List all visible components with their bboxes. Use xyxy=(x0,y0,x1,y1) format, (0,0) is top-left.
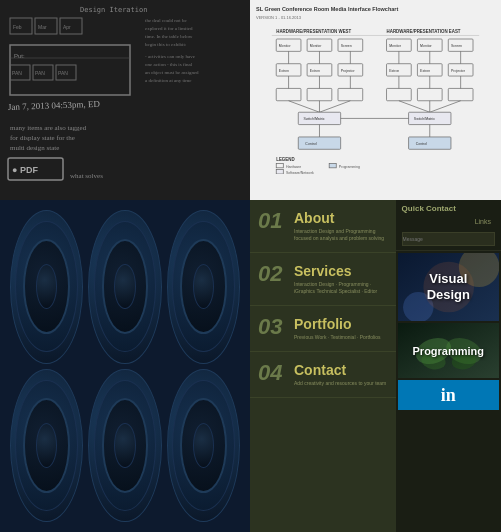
svg-line-80 xyxy=(399,101,430,112)
chalkboard-bg: Design Iteration Feb Mar Apr the deal co… xyxy=(0,0,250,200)
svg-text:● PDF: ● PDF xyxy=(12,165,38,175)
svg-text:Software/Network: Software/Network xyxy=(286,171,314,174)
menu-title-portfolio: Portfolio xyxy=(294,316,393,332)
svg-rect-99 xyxy=(329,164,336,168)
svg-text:Projector: Projector xyxy=(341,69,356,73)
speaker-3 xyxy=(167,210,240,364)
svg-text:PAN: PAN xyxy=(58,70,68,76)
menu-item-about[interactable]: 01 About Interaction Design and Programm… xyxy=(250,200,401,253)
menu-number-03: 03 xyxy=(258,316,288,338)
website-nav-cell: 01 About Interaction Design and Programm… xyxy=(250,200,501,532)
svg-text:Monitor: Monitor xyxy=(420,44,433,48)
links-label: Links xyxy=(402,216,495,227)
sidebar-right: Quick Contact Links xyxy=(396,200,501,532)
svg-text:an object must be assigned: an object must be assigned xyxy=(145,70,199,75)
svg-text:multi design state: multi design state xyxy=(10,144,59,152)
svg-text:Control: Control xyxy=(416,142,428,146)
svg-text:a definition at any time: a definition at any time xyxy=(145,78,192,83)
svg-text:Screen: Screen xyxy=(451,44,462,48)
menu-number-04: 04 xyxy=(258,362,288,384)
programming-card[interactable]: Programming xyxy=(398,323,499,378)
svg-line-77 xyxy=(289,101,320,112)
svg-text:HARDWARE/PRESENTATION EAST: HARDWARE/PRESENTATION EAST xyxy=(387,29,461,34)
svg-text:time. In the table below: time. In the table below xyxy=(145,34,193,39)
menu-title-contact: Contact xyxy=(294,362,393,378)
svg-rect-97 xyxy=(276,170,283,174)
speaker-5 xyxy=(88,369,161,523)
speaker-inner-4 xyxy=(36,423,57,468)
svg-text:explored it for a limited: explored it for a limited xyxy=(145,26,193,31)
menu-number-02: 02 xyxy=(258,263,288,285)
menu-text-portfolio: Portfolio Previous Work · Testimonial · … xyxy=(294,316,393,341)
quick-contact-section: Quick Contact Links xyxy=(396,200,501,251)
speaker-inner-2 xyxy=(114,264,135,309)
flowchart-subtitle: VERSION 1 - 01.16.2013 xyxy=(256,15,495,20)
svg-text:for display state for the: for display state for the xyxy=(10,134,75,142)
menu-list: 01 About Interaction Design and Programm… xyxy=(250,200,401,532)
svg-text:LEGEND: LEGEND xyxy=(276,157,294,162)
menu-text-services: Services Interaction Design · Programmin… xyxy=(294,263,393,295)
menu-item-contact[interactable]: 04 Contact Add creativity and resources … xyxy=(250,352,401,398)
menu-title-about: About xyxy=(294,210,393,226)
svg-text:Feb: Feb xyxy=(13,24,22,30)
svg-text:Mar: Mar xyxy=(38,24,47,30)
svg-rect-73 xyxy=(338,89,363,101)
menu-desc-portfolio: Previous Work · Testimonial · Portfolios xyxy=(294,334,393,341)
svg-rect-95 xyxy=(276,164,283,168)
speaker-inner-5 xyxy=(114,423,135,468)
flowchart-cell: SL Green Conference Room Media Interface… xyxy=(250,0,501,200)
svg-line-82 xyxy=(430,101,461,112)
linkedin-badge[interactable]: in xyxy=(398,380,499,410)
svg-text:HARDWARE/PRESENTATION WEST: HARDWARE/PRESENTATION WEST xyxy=(276,29,351,34)
chalkboard-sketch: Design Iteration Feb Mar Apr the deal co… xyxy=(0,0,250,200)
svg-text:Monitor: Monitor xyxy=(310,44,323,48)
speaker-inner-1 xyxy=(36,264,57,309)
speaker-4 xyxy=(10,369,83,523)
speaker-6 xyxy=(167,369,240,523)
svg-rect-76 xyxy=(448,89,473,101)
svg-text:what solves: what solves xyxy=(70,172,103,180)
programming-text: Programming xyxy=(413,345,485,357)
visual-design-card[interactable]: VisualDesign xyxy=(398,253,499,321)
svg-text:one action - this is final: one action - this is final xyxy=(145,62,193,67)
quick-contact-title: Quick Contact xyxy=(402,204,495,213)
menu-desc-services: Interaction Design · Programming · iGrap… xyxy=(294,281,393,295)
svg-text:Extron: Extron xyxy=(389,69,399,73)
speakers-grid xyxy=(0,200,250,532)
svg-text:Hardware: Hardware xyxy=(286,165,301,169)
svg-text:Control: Control xyxy=(305,142,317,146)
linkedin-icon: in xyxy=(441,385,456,406)
svg-text:begin this to exhibit:: begin this to exhibit: xyxy=(145,42,186,47)
svg-rect-75 xyxy=(417,89,442,101)
menu-desc-contact: Add creativity and resources to your tea… xyxy=(294,380,393,387)
menu-title-services: Services xyxy=(294,263,393,279)
svg-text:Monitor: Monitor xyxy=(279,44,292,48)
menu-text-contact: Contact Add creativity and resources to … xyxy=(294,362,393,387)
speaker-2 xyxy=(88,210,161,364)
menu-desc-about: Interaction Design and Programming focus… xyxy=(294,228,393,242)
menu-number-01: 01 xyxy=(258,210,288,232)
flowchart-title: SL Green Conference Room Media Interface… xyxy=(256,6,495,13)
svg-text:Extron: Extron xyxy=(420,69,430,73)
svg-text:Screen: Screen xyxy=(341,44,352,48)
svg-text:Extron: Extron xyxy=(310,69,320,73)
main-grid: Design Iteration Feb Mar Apr the deal co… xyxy=(0,0,501,532)
svg-line-79 xyxy=(319,101,350,112)
menu-item-portfolio[interactable]: 03 Portfolio Previous Work · Testimonial… xyxy=(250,306,401,352)
visual-design-text: VisualDesign xyxy=(427,271,470,302)
chalkboard-cell: Design Iteration Feb Mar Apr the deal co… xyxy=(0,0,250,200)
speaker-inner-3 xyxy=(193,264,214,309)
message-input[interactable] xyxy=(402,232,495,246)
svg-text:Apr: Apr xyxy=(63,24,71,30)
svg-text:the deal could not be: the deal could not be xyxy=(145,18,187,23)
flowchart-svg: HARDWARE/PRESENTATION WEST HARDWARE/PRES… xyxy=(256,24,495,174)
svg-text:Extron: Extron xyxy=(279,69,289,73)
svg-rect-71 xyxy=(276,89,301,101)
svg-text:PAN: PAN xyxy=(12,70,22,76)
svg-text:Switch/Matrix: Switch/Matrix xyxy=(304,117,325,121)
svg-rect-74 xyxy=(387,89,412,101)
speakers-cell xyxy=(0,200,250,532)
menu-item-services[interactable]: 02 Services Interaction Design · Program… xyxy=(250,253,401,306)
svg-text:- activities can only have: - activities can only have xyxy=(145,54,196,59)
svg-text:Design Iteration: Design Iteration xyxy=(80,6,147,14)
